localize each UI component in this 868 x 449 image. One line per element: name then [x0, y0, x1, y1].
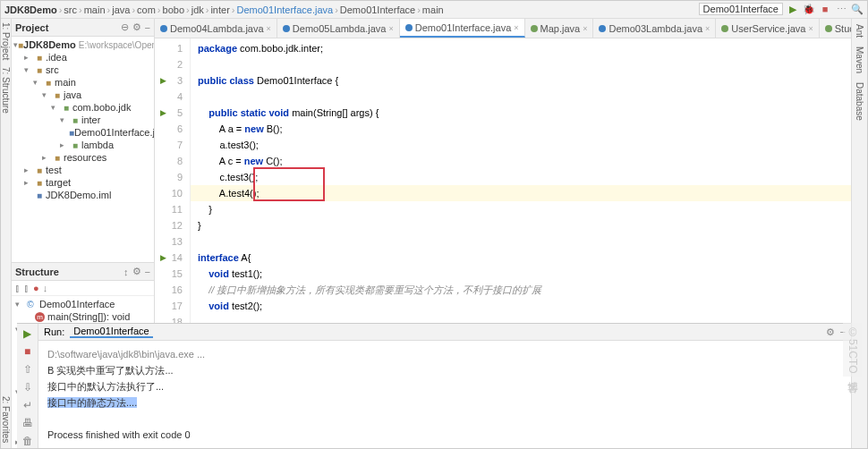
- close-icon[interactable]: ×: [267, 24, 271, 33]
- structure-node[interactable]: mmain(String[]): void: [12, 310, 154, 323]
- file-type-icon: [721, 25, 728, 32]
- filter-icon[interactable]: ⫿: [15, 283, 21, 293]
- bc-file[interactable]: Demo01Interface.java: [237, 4, 334, 15]
- file-type-icon: [599, 25, 606, 32]
- down-icon[interactable]: ⇩: [23, 381, 32, 394]
- run-icon[interactable]: ▶: [787, 3, 799, 15]
- gear-icon[interactable]: ⚙: [132, 266, 141, 277]
- stop-icon[interactable]: ■: [819, 3, 831, 15]
- tab-maven[interactable]: Maven: [855, 47, 864, 73]
- trash-icon[interactable]: 🗑: [22, 435, 33, 447]
- editor-tabs: Demo04Lambda.java×Demo05Lambda.java×Demo…: [155, 19, 868, 38]
- structure-toolbar: ⫿ ⫿ ● ↓: [12, 281, 154, 296]
- run-panel: ▶ ■ ⇧ ⇩ ↵ 🖶 🗑 Run: Demo01Interface ⚙ − D…: [17, 323, 851, 448]
- tree-node[interactable]: ▸■resources: [12, 151, 154, 164]
- tree-node[interactable]: ▾■main: [12, 76, 154, 89]
- run-gutter-icon[interactable]: ▶: [160, 105, 166, 121]
- collapse-icon[interactable]: ⊖: [121, 21, 129, 33]
- tab-structure[interactable]: 7: Structure: [1, 67, 11, 114]
- filter-icon[interactable]: ●: [33, 283, 39, 293]
- project-tree[interactable]: ▾■ JDK8Demo E:\workspace\OpenClass ▸■.id…: [12, 37, 154, 262]
- tree-node[interactable]: ▸■.idea: [12, 51, 154, 64]
- close-icon[interactable]: ×: [514, 23, 518, 32]
- file-type-icon: [283, 25, 290, 32]
- run-header: Run: Demo01Interface ⚙ −: [38, 324, 851, 341]
- filter-icon[interactable]: ↓: [43, 283, 48, 293]
- file-type-icon: [160, 25, 167, 32]
- top-toolbar: Demo01Interface ▶ 🐞 ■ ⋯ 🔍: [699, 3, 864, 15]
- project-panel-header: Project ⊖ ⚙ −: [12, 19, 154, 37]
- run-gutter-icon[interactable]: ▶: [160, 250, 166, 266]
- filter-icon[interactable]: ⫿: [24, 283, 30, 293]
- editor-tab[interactable]: Demo05Lambda.java×: [277, 19, 400, 38]
- editor-tab[interactable]: UserService.java×: [716, 19, 819, 38]
- tree-node[interactable]: ▸■target: [12, 176, 154, 189]
- sort-icon[interactable]: ↕: [123, 267, 129, 277]
- editor-tab[interactable]: Map.java×: [525, 19, 594, 38]
- right-vertical-tabs: Ant Maven Database: [851, 19, 867, 448]
- stop-icon[interactable]: ■: [24, 345, 30, 358]
- project-root[interactable]: ▾■ JDK8Demo E:\workspace\OpenClass: [12, 38, 154, 51]
- more-icon[interactable]: ⋯: [835, 3, 847, 15]
- search-icon[interactable]: 🔍: [851, 3, 864, 15]
- file-type-icon: [825, 25, 832, 32]
- close-icon[interactable]: ×: [583, 24, 587, 33]
- run-output[interactable]: D:\software\java\jdk8\bin\java.exe ...B …: [38, 341, 851, 448]
- gear-icon[interactable]: ⚙: [132, 21, 141, 33]
- wrap-icon[interactable]: ↵: [23, 399, 32, 411]
- left-vertical-tabs: 1: Project 7: Structure 2: Favorites: [1, 19, 12, 448]
- tree-node[interactable]: ■JDK8Demo.iml: [12, 189, 154, 201]
- file-type-icon: [405, 24, 413, 31]
- run-toolbar: ▶ ■ ⇧ ⇩ ↵ 🖶 🗑: [17, 324, 38, 448]
- hide-icon[interactable]: −: [145, 22, 150, 33]
- run-gutter-icon[interactable]: ▶: [160, 72, 166, 89]
- editor-tab[interactable]: Demo03Lambda.java×: [593, 19, 716, 38]
- tab-database[interactable]: Database: [855, 82, 864, 121]
- print-icon[interactable]: 🖶: [22, 417, 33, 429]
- tree-node[interactable]: ▾■inter: [12, 114, 154, 126]
- close-icon[interactable]: ×: [388, 24, 393, 33]
- run-config[interactable]: Demo01Interface: [699, 3, 783, 15]
- tree-node[interactable]: ■Demo01Interface.ja: [12, 126, 154, 139]
- bc-root[interactable]: JDK8Demo: [4, 4, 57, 15]
- editor-tab[interactable]: Demo04Lambda.java×: [155, 19, 277, 38]
- tab-ant[interactable]: Ant: [855, 24, 864, 38]
- hide-icon[interactable]: −: [145, 267, 150, 277]
- file-type-icon: [531, 25, 538, 32]
- tree-node[interactable]: ▸■lambda: [12, 139, 154, 151]
- close-icon[interactable]: ×: [808, 24, 813, 33]
- breadcrumb-bar: JDK8Demo ›src ›main ›java ›com ›bobo ›jd…: [1, 1, 867, 19]
- watermark: ©51CTO博客: [843, 323, 862, 377]
- tree-node[interactable]: ▸■test: [12, 164, 154, 176]
- structure-panel-header: Structure ↕ ⚙ −: [12, 263, 154, 281]
- structure-node[interactable]: ▾©Demo01Interface: [12, 298, 154, 310]
- tree-node[interactable]: ▾■com.bobo.jdk: [12, 101, 154, 114]
- rerun-icon[interactable]: ▶: [23, 327, 31, 340]
- tree-node[interactable]: ▾■java: [12, 89, 154, 101]
- tab-project[interactable]: 1: Project: [1, 22, 11, 60]
- up-icon[interactable]: ⇧: [23, 363, 32, 376]
- close-icon[interactable]: ×: [705, 24, 710, 33]
- debug-icon[interactable]: 🐞: [803, 3, 815, 15]
- tree-node[interactable]: ▾■src: [12, 64, 154, 76]
- gear-icon[interactable]: ⚙: [826, 326, 835, 338]
- tab-favorites[interactable]: 2: Favorites: [1, 396, 11, 443]
- run-tab[interactable]: Demo01Interface: [70, 326, 152, 338]
- editor-tab[interactable]: Demo01Interface.java×: [400, 19, 525, 38]
